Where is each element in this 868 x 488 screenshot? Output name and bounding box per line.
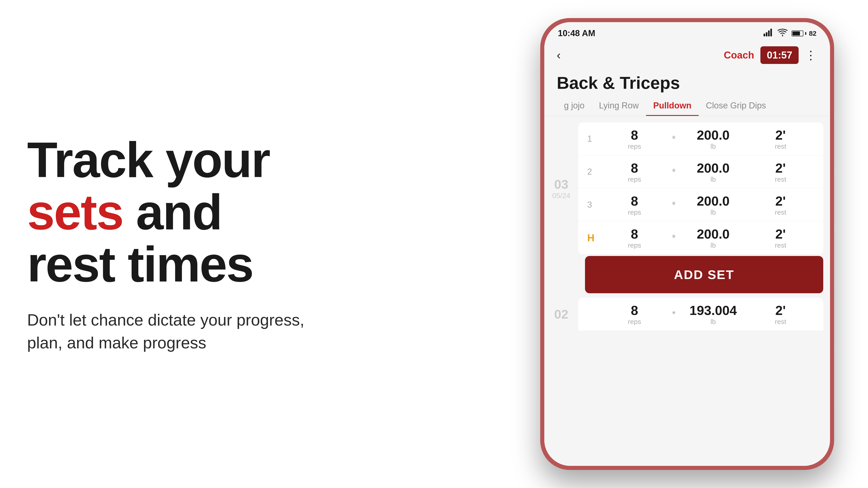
tab-gjojo[interactable]: g jojo	[557, 97, 592, 116]
back-button[interactable]: ‹	[557, 48, 561, 62]
partial-rest[interactable]: 2' rest	[747, 303, 814, 326]
set-reps-2[interactable]: 8 reps	[601, 160, 668, 183]
add-set-wrapper: ADD SET	[544, 256, 830, 293]
timer-badge[interactable]: 01:57	[761, 46, 799, 64]
right-section: 10:48 AM	[506, 0, 868, 488]
workout-title-area: Back & Triceps	[544, 68, 830, 95]
set-h-badge: H	[587, 232, 601, 243]
signal-icon	[764, 29, 774, 38]
set-mult-1: *	[668, 133, 680, 144]
set-mult-h: *	[668, 232, 680, 243]
set-row-h[interactable]: H 8 reps * 200.0 lb	[578, 221, 823, 254]
date-month: 05/24	[552, 192, 570, 200]
headline: Track your sets and rest times	[27, 134, 488, 291]
coach-label: Coach	[724, 50, 754, 61]
set-reps-h[interactable]: 8 reps	[601, 226, 668, 249]
set-reps-3[interactable]: 8 reps	[601, 193, 668, 216]
status-bar: 10:48 AM	[544, 22, 830, 42]
sets-card: 1 8 reps * 200.0 lb	[578, 123, 823, 254]
set-rest-1[interactable]: 2' rest	[747, 127, 814, 150]
phone-mockup: 10:48 AM	[540, 18, 834, 470]
headline-line3: rest times	[27, 236, 253, 292]
tab-pulldown[interactable]: Pulldown	[646, 97, 699, 116]
partial-day: 02	[554, 307, 568, 322]
sets-scroll: 03 05/24 1 8 reps *	[544, 116, 830, 466]
set-row-2[interactable]: 2 8 reps * 200.0 lb	[578, 156, 823, 188]
wifi-icon	[778, 29, 787, 38]
header-right: Coach 01:57 ⋮	[724, 46, 817, 64]
set-weight-h[interactable]: 200.0 lb	[680, 226, 747, 249]
exercise-tabs: g jojo Lying Row Pulldown Close Grip Dip…	[544, 95, 830, 116]
set-rest-h[interactable]: 2' rest	[747, 226, 814, 249]
partial-reps[interactable]: 8 reps	[601, 303, 668, 326]
headline-and: and	[123, 184, 221, 240]
set-rest-3[interactable]: 2' rest	[747, 193, 814, 216]
tab-lying-row[interactable]: Lying Row	[592, 97, 646, 116]
status-icons: 82	[764, 29, 816, 38]
svg-rect-1	[766, 32, 767, 36]
date-day: 03	[554, 177, 568, 192]
set-weight-2[interactable]: 200.0 lb	[680, 160, 747, 183]
set-number-1: 1	[587, 134, 601, 144]
svg-rect-2	[768, 31, 770, 36]
set-row-1[interactable]: 1 8 reps * 200.0 lb	[578, 123, 823, 156]
workout-title: Back & Triceps	[557, 73, 817, 93]
partial-weight[interactable]: 193.004 lb	[680, 303, 747, 326]
left-section: Track your sets and rest times Don't let…	[0, 107, 506, 381]
more-menu-button[interactable]: ⋮	[805, 48, 817, 62]
headline-line1: Track your	[27, 132, 270, 188]
headline-sets: sets	[27, 184, 123, 240]
partial-row[interactable]: 8 reps * 193.004 lb 2' res	[578, 298, 823, 330]
set-rest-2[interactable]: 2' rest	[747, 160, 814, 183]
date-column: 03 05/24	[544, 121, 578, 256]
set-row-3[interactable]: 3 8 reps * 200.0 lb	[578, 188, 823, 221]
partial-card: 8 reps * 193.004 lb 2' res	[578, 298, 823, 330]
svg-rect-3	[770, 29, 772, 36]
partial-section: 02 8 reps * 193.004	[544, 293, 830, 330]
subtext: Don't let chance dictate your progress, …	[27, 308, 344, 354]
partial-mult: *	[668, 309, 680, 320]
add-set-button[interactable]: ADD SET	[585, 256, 823, 293]
battery-icon: 82	[792, 30, 816, 37]
set-number-3: 3	[587, 200, 601, 210]
set-mult-3: *	[668, 199, 680, 210]
set-weight-1[interactable]: 200.0 lb	[680, 127, 747, 150]
set-number-2: 2	[587, 167, 601, 177]
set-reps-1[interactable]: 8 reps	[601, 127, 668, 150]
svg-rect-0	[764, 34, 765, 36]
set-weight-3[interactable]: 200.0 lb	[680, 193, 747, 216]
sets-area: 03 05/24 1 8 reps *	[544, 116, 830, 466]
partial-date-col: 02	[544, 307, 578, 322]
battery-level: 82	[809, 30, 816, 37]
app-header: ‹ Coach 01:57 ⋮	[544, 42, 830, 68]
tab-close-grip-dips[interactable]: Close Grip Dips	[699, 97, 773, 116]
status-time: 10:48 AM	[558, 29, 595, 38]
set-mult-2: *	[668, 166, 680, 177]
set-group-primary: 03 05/24 1 8 reps *	[544, 121, 830, 256]
phone-screen: 10:48 AM	[544, 22, 830, 466]
